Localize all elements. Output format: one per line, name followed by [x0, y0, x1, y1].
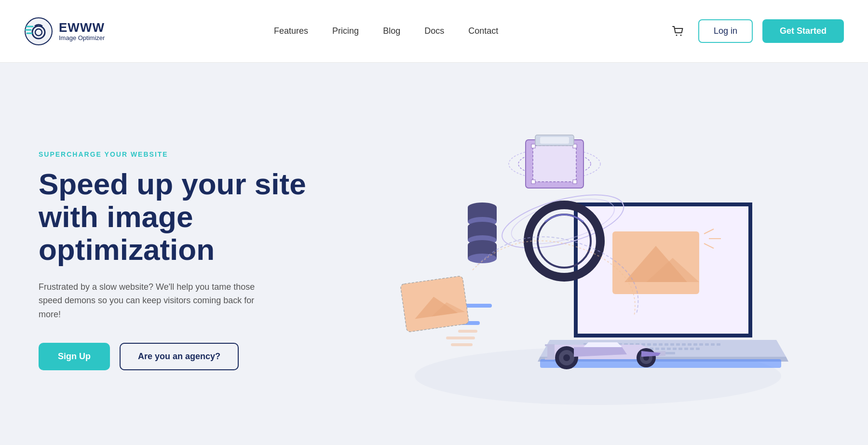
svg-rect-80 — [540, 137, 569, 144]
svg-rect-62 — [458, 330, 477, 333]
hero-buttons: Sign Up Are you an agency? — [39, 343, 309, 370]
svg-rect-29 — [676, 343, 680, 346]
cart-button[interactable] — [667, 21, 689, 42]
svg-rect-91 — [545, 358, 555, 360]
svg-rect-27 — [665, 343, 668, 346]
svg-rect-34 — [705, 343, 709, 346]
logo[interactable]: EWWW Image Optimizer — [24, 17, 105, 46]
svg-rect-49 — [655, 348, 659, 350]
hero-content: SUPERCHARGE YOUR WEBSITE Speed up your s… — [39, 150, 309, 370]
svg-point-6 — [676, 34, 677, 36]
svg-rect-56 — [696, 348, 700, 350]
signup-button[interactable]: Sign Up — [39, 343, 110, 370]
svg-rect-26 — [659, 343, 663, 346]
svg-rect-35 — [711, 343, 715, 346]
svg-rect-31 — [688, 343, 692, 346]
svg-rect-25 — [653, 343, 657, 346]
svg-rect-28 — [670, 343, 674, 346]
agency-button[interactable]: Are you an agency? — [120, 343, 239, 370]
hero-image — [357, 92, 791, 429]
hero-illustration — [309, 92, 839, 429]
svg-rect-30 — [682, 343, 686, 346]
svg-rect-64 — [451, 343, 473, 346]
svg-rect-52 — [673, 348, 677, 350]
nav-links: Features Pricing Blog Docs Contact — [274, 26, 498, 36]
logo-subtitle: Image Optimizer — [59, 35, 105, 41]
nav-docs[interactable]: Docs — [424, 26, 444, 36]
svg-point-7 — [680, 34, 681, 36]
nav-pricing[interactable]: Pricing — [332, 26, 359, 36]
svg-rect-77 — [531, 180, 535, 184]
svg-rect-50 — [661, 348, 665, 350]
svg-rect-33 — [699, 343, 703, 346]
svg-point-0 — [25, 18, 52, 45]
login-button[interactable]: Log in — [698, 19, 753, 43]
svg-rect-74 — [533, 146, 576, 182]
nav-features[interactable]: Features — [274, 26, 308, 36]
logo-icon — [24, 17, 53, 46]
get-started-button[interactable]: Get Started — [762, 19, 844, 43]
svg-rect-36 — [717, 343, 720, 346]
svg-rect-24 — [647, 343, 651, 346]
hero-tagline: SUPERCHARGE YOUR WEBSITE — [39, 150, 309, 158]
svg-rect-75 — [531, 144, 535, 148]
nav-blog[interactable]: Blog — [383, 26, 400, 36]
logo-name: EWWW — [59, 21, 105, 34]
svg-rect-32 — [693, 343, 697, 346]
svg-rect-90 — [545, 344, 555, 346]
cart-icon — [671, 25, 685, 38]
svg-rect-78 — [573, 180, 577, 184]
nav-right: Log in Get Started — [667, 19, 844, 43]
svg-rect-63 — [446, 337, 475, 339]
svg-rect-53 — [678, 348, 682, 350]
hero-section: SUPERCHARGE YOUR WEBSITE Speed up your s… — [0, 63, 868, 445]
hero-description: Frustrated by a slow website? We'll help… — [39, 280, 270, 322]
svg-point-97 — [563, 354, 570, 361]
hero-heading: Speed up your site with image optimizati… — [39, 168, 309, 267]
svg-rect-55 — [690, 348, 694, 350]
svg-rect-51 — [667, 348, 671, 350]
navbar: EWWW Image Optimizer Features Pricing Bl… — [0, 0, 868, 63]
nav-contact[interactable]: Contact — [468, 26, 498, 36]
svg-rect-54 — [684, 348, 688, 350]
